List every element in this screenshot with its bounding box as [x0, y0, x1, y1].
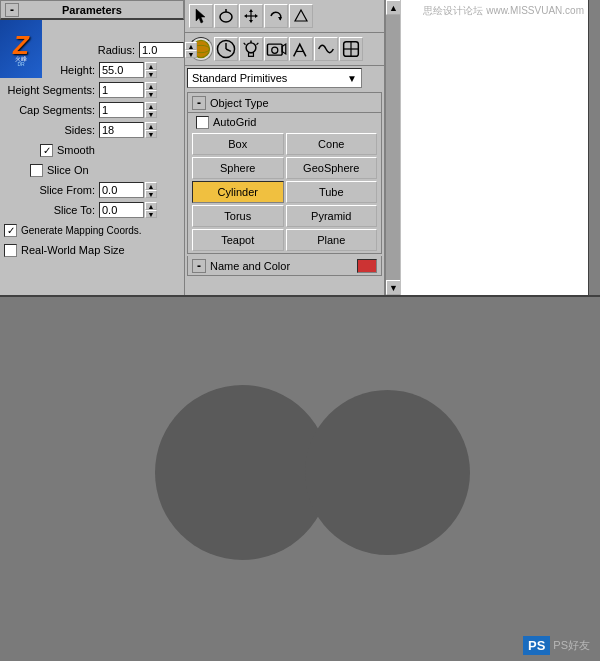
radius-label: Radius: — [44, 44, 139, 56]
params-title: Parameters — [62, 4, 122, 16]
object-type-panel: - Object Type AutoGrid Box Cone Sphere G… — [187, 92, 382, 254]
slice-to-down-btn[interactable]: ▼ — [145, 210, 157, 218]
svg-marker-4 — [249, 20, 253, 23]
height-segments-input[interactable]: 1 — [99, 82, 144, 98]
svg-marker-22 — [282, 44, 286, 54]
slice-from-row: Slice From: 0.0 ▲ ▼ — [0, 180, 184, 200]
lights-tab-btn[interactable] — [239, 37, 263, 61]
height-spinner[interactable]: ▲ ▼ — [145, 62, 157, 78]
cylinder-left-view — [155, 385, 330, 560]
autogrid-checkbox[interactable] — [196, 116, 209, 129]
radius-spinner[interactable]: ▲ ▼ — [185, 42, 197, 58]
slice-from-input[interactable]: 0.0 — [99, 182, 144, 198]
svg-marker-3 — [249, 9, 253, 12]
shapes-tab-btn[interactable] — [214, 37, 238, 61]
cap-segments-up-btn[interactable]: ▲ — [145, 102, 157, 110]
svg-marker-10 — [295, 10, 307, 21]
svg-line-20 — [257, 43, 259, 45]
cap-segments-input[interactable]: 1 — [99, 102, 144, 118]
svg-rect-17 — [249, 53, 254, 57]
cone-btn[interactable]: Cone — [286, 133, 378, 155]
spacewarps-tab-btn[interactable] — [314, 37, 338, 61]
height-up-btn[interactable]: ▲ — [145, 62, 157, 70]
sides-row: Sides: 18 ▲ ▼ — [0, 120, 184, 140]
sphere-btn[interactable]: Sphere — [192, 157, 284, 179]
sides-down-btn[interactable]: ▼ — [145, 130, 157, 138]
teapot-btn[interactable]: Teapot — [192, 229, 284, 251]
real-world-checkbox[interactable] — [4, 244, 17, 257]
height-segments-row: Height Segments: 1 ▲ ▼ — [0, 80, 184, 100]
systems-tab-btn[interactable] — [339, 37, 363, 61]
svg-point-16 — [246, 43, 256, 53]
height-segments-label: Height Segments: — [4, 84, 99, 96]
select-tool-btn[interactable] — [189, 4, 213, 28]
cap-segments-spinner[interactable]: ▲ ▼ — [145, 102, 157, 118]
helpers-tab-btn[interactable] — [289, 37, 313, 61]
object-type-collapse-btn[interactable]: - — [192, 96, 206, 110]
sides-input[interactable]: 18 — [99, 122, 144, 138]
height-segments-up-btn[interactable]: ▲ — [145, 82, 157, 90]
scroll-up-btn[interactable]: ▲ — [386, 0, 401, 15]
sides-up-btn[interactable]: ▲ — [145, 122, 157, 130]
viewport-3d[interactable]: PS PS好友 — [0, 297, 600, 661]
parameters-panel: - Parameters Z 火峰 DR Radius: 1.0 ▲ ▼ — [0, 0, 185, 295]
svg-line-15 — [226, 49, 231, 51]
rotate-tool-btn[interactable] — [264, 4, 288, 28]
svg-marker-5 — [244, 14, 247, 18]
smooth-label: Smooth — [57, 144, 95, 156]
autogrid-row: AutoGrid — [188, 113, 381, 131]
height-input[interactable]: 55.0 — [99, 62, 144, 78]
real-world-row: Real-World Map Size — [0, 240, 184, 260]
slice-to-spinner[interactable]: ▲ ▼ — [145, 202, 157, 218]
smooth-checkbox[interactable]: ✓ — [40, 144, 53, 157]
pyramid-btn[interactable]: Pyramid — [286, 205, 378, 227]
scale-tool-btn[interactable] — [289, 4, 313, 28]
svg-line-19 — [244, 43, 246, 45]
slice-to-input[interactable]: 0.0 — [99, 202, 144, 218]
box-btn[interactable]: Box — [192, 133, 284, 155]
geosphere-btn[interactable]: GeoSphere — [286, 157, 378, 179]
torus-btn[interactable]: Torus — [192, 205, 284, 227]
slice-from-spinner[interactable]: ▲ ▼ — [145, 182, 157, 198]
height-segments-spinner[interactable]: ▲ ▼ — [145, 82, 157, 98]
sides-spinner[interactable]: ▲ ▼ — [145, 122, 157, 138]
slice-to-label: Slice To: — [4, 204, 99, 216]
lasso-tool-btn[interactable] — [214, 4, 238, 28]
radius-up-btn[interactable]: ▲ — [185, 42, 197, 50]
radius-down-btn[interactable]: ▼ — [185, 50, 197, 58]
tube-btn[interactable]: Tube — [286, 181, 378, 203]
real-world-label: Real-World Map Size — [21, 244, 125, 256]
smooth-row: ✓ Smooth — [0, 140, 184, 160]
name-color-collapse-btn[interactable]: - — [192, 259, 206, 273]
toolbar-row-2 — [187, 35, 382, 63]
slice-from-down-btn[interactable]: ▼ — [145, 190, 157, 198]
viewport-white-area: 思绘设计论坛 www.MISSVUAN.com — [400, 0, 588, 295]
slice-on-checkbox[interactable] — [30, 164, 43, 177]
scroll-track[interactable] — [386, 15, 400, 280]
params-collapse-btn[interactable]: - — [5, 3, 19, 17]
plane-btn[interactable]: Plane — [286, 229, 378, 251]
radius-input[interactable]: 1.0 — [139, 42, 184, 58]
height-down-btn[interactable]: ▼ — [145, 70, 157, 78]
slice-to-up-btn[interactable]: ▲ — [145, 202, 157, 210]
watermark-bottom: PS PS好友 — [523, 636, 590, 655]
cap-segments-down-btn[interactable]: ▼ — [145, 110, 157, 118]
svg-marker-0 — [196, 9, 205, 23]
slice-from-label: Slice From: — [4, 184, 99, 196]
height-segments-down-btn[interactable]: ▼ — [145, 90, 157, 98]
cylinder-btn[interactable]: Cylinder — [192, 181, 284, 203]
move-tool-btn[interactable] — [239, 4, 263, 28]
object-type-header: - Object Type — [188, 93, 381, 113]
cylinder-right-view — [305, 390, 470, 555]
svg-point-1 — [220, 12, 232, 22]
color-swatch[interactable] — [357, 259, 377, 273]
slice-from-up-btn[interactable]: ▲ — [145, 182, 157, 190]
slice-on-row: Slice On — [0, 160, 184, 180]
primitives-dropdown[interactable]: Standard Primitives ▼ — [187, 68, 362, 88]
camera-tab-btn[interactable] — [264, 37, 288, 61]
generate-mapping-row: ✓ Generate Mapping Coords. — [0, 220, 184, 240]
watermark-site-text: PS好友 — [553, 638, 590, 653]
generate-mapping-checkbox[interactable]: ✓ — [4, 224, 17, 237]
scroll-down-btn[interactable]: ▼ — [386, 280, 401, 295]
vertical-scrollbar[interactable]: ▲ ▼ — [385, 0, 400, 295]
